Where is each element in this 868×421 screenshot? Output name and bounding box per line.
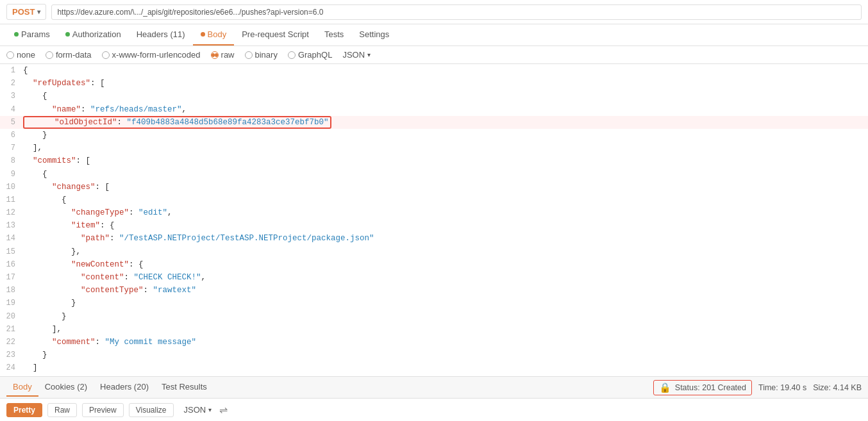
tab-body[interactable]: Body bbox=[193, 24, 235, 45]
graphql-radio bbox=[288, 51, 296, 59]
method-selector[interactable]: POST ▾ bbox=[6, 4, 46, 20]
format-raw-label: raw bbox=[221, 50, 235, 60]
line-content: { bbox=[23, 168, 868, 181]
code-line-18: 18 "contentType": "rawtext" bbox=[0, 284, 868, 297]
tab-params[interactable]: Params bbox=[6, 24, 58, 45]
line-content: "oldObjectId": "f409b4883a4848d5b68e89fa… bbox=[23, 116, 868, 129]
response-cookies-label: Cookies (2) bbox=[45, 382, 87, 392]
code-line-14: 14 "path": "/TestASP.NETProject/TestASP.… bbox=[0, 232, 868, 245]
format-binary[interactable]: binary bbox=[245, 50, 278, 60]
line-number: 13 bbox=[0, 219, 23, 232]
response-tab-cookies[interactable]: Cookies (2) bbox=[38, 378, 94, 397]
line-number: 20 bbox=[0, 310, 23, 323]
line-number: 12 bbox=[0, 206, 23, 219]
line-content: ], bbox=[23, 323, 868, 336]
format-form-data[interactable]: form-data bbox=[46, 50, 92, 60]
code-line-16: 16 "newContent": { bbox=[0, 258, 868, 271]
line-number: 16 bbox=[0, 258, 23, 271]
response-status-bar: 🔒 Status: 201 Created Time: 19.40 s Size… bbox=[653, 380, 862, 395]
response-tab-body[interactable]: Body bbox=[6, 378, 38, 397]
line-content: "name": "refs/heads/master", bbox=[23, 103, 868, 116]
urlencoded-radio bbox=[102, 51, 110, 59]
format-graphql[interactable]: GraphQL bbox=[288, 50, 332, 60]
raw-radio bbox=[211, 51, 219, 59]
code-line-12: 12 "changeType": "edit", bbox=[0, 206, 868, 219]
raw-button[interactable]: Raw bbox=[47, 403, 77, 417]
code-line-8: 8 "commits": [ bbox=[0, 154, 868, 167]
format-urlencoded[interactable]: x-www-form-urlencoded bbox=[102, 50, 201, 60]
format-none-label: none bbox=[17, 50, 35, 60]
format-raw[interactable]: raw bbox=[211, 50, 235, 60]
code-editor[interactable]: 1{2 "refUpdates": [3 {4 "name": "refs/he… bbox=[0, 64, 868, 376]
auth-dot bbox=[65, 32, 70, 37]
line-number: 1 bbox=[0, 64, 23, 77]
code-line-4: 4 "name": "refs/heads/master", bbox=[0, 103, 868, 116]
tab-tests-label: Tests bbox=[324, 29, 344, 39]
line-number: 11 bbox=[0, 194, 23, 206]
line-content: "contentType": "rawtext" bbox=[23, 284, 868, 297]
code-line-9: 9 { bbox=[0, 168, 868, 181]
code-line-20: 20 } bbox=[0, 310, 868, 323]
code-line-22: 22 "comment": "My commit message" bbox=[0, 336, 868, 349]
tab-tests[interactable]: Tests bbox=[317, 24, 351, 45]
response-tab-headers[interactable]: Headers (20) bbox=[94, 378, 155, 397]
code-line-13: 13 "item": { bbox=[0, 219, 868, 232]
line-content: ], bbox=[23, 142, 868, 154]
line-content: "item": { bbox=[23, 219, 868, 232]
json-type-label: JSON bbox=[342, 50, 365, 60]
line-number: 5 bbox=[0, 116, 23, 129]
line-number: 10 bbox=[0, 181, 23, 194]
status-text: Status: 201 Created bbox=[675, 383, 746, 392]
tab-settings[interactable]: Settings bbox=[351, 24, 397, 45]
form-data-radio bbox=[46, 51, 53, 59]
line-number: 24 bbox=[0, 361, 23, 374]
format-form-data-label: form-data bbox=[56, 50, 92, 60]
line-content: } bbox=[23, 349, 868, 361]
code-line-1: 1{ bbox=[0, 64, 868, 77]
format-binary-label: binary bbox=[255, 50, 278, 60]
response-format-row: Pretty Raw Preview Visualize JSON ▾ ⇌ bbox=[0, 398, 868, 421]
size-text: Size: 4.14 KB bbox=[813, 383, 862, 392]
format-none[interactable]: none bbox=[6, 50, 35, 60]
line-number: 18 bbox=[0, 284, 23, 297]
method-chevron-icon: ▾ bbox=[37, 8, 40, 15]
line-number: 3 bbox=[0, 90, 23, 103]
line-number: 9 bbox=[0, 168, 23, 181]
pretty-button[interactable]: Pretty bbox=[6, 403, 42, 417]
tab-headers[interactable]: Headers (11) bbox=[129, 24, 193, 45]
line-number: 22 bbox=[0, 336, 23, 349]
time-text: Time: 19.40 s bbox=[758, 383, 806, 392]
response-tabs: Body Cookies (2) Headers (20) Test Resul… bbox=[0, 376, 868, 398]
line-number: 21 bbox=[0, 323, 23, 336]
code-line-5: 5 "oldObjectId": "f409b4883a4848d5b68e89… bbox=[0, 116, 868, 129]
tab-body-label: Body bbox=[208, 29, 227, 39]
json-type-dropdown[interactable]: JSON ▾ bbox=[342, 50, 371, 60]
wrap-icon[interactable]: ⇌ bbox=[219, 404, 228, 416]
line-content: "content": "CHECK CHECK!", bbox=[23, 271, 868, 284]
line-content: } bbox=[23, 297, 868, 310]
line-number: 4 bbox=[0, 103, 23, 116]
request-tabs: Params Authorization Headers (11) Body P… bbox=[0, 24, 868, 46]
line-number: 19 bbox=[0, 297, 23, 310]
tab-prerequest[interactable]: Pre-request Script bbox=[234, 24, 317, 45]
code-line-19: 19 } bbox=[0, 297, 868, 310]
none-radio bbox=[6, 51, 14, 59]
highlighted-value-box: "oldObjectId": "f409b4883a4848d5b68e89fa… bbox=[23, 116, 331, 129]
preview-button[interactable]: Preview bbox=[82, 403, 124, 417]
response-headers-label: Headers (20) bbox=[100, 382, 149, 392]
response-json-dropdown[interactable]: JSON ▾ bbox=[184, 405, 212, 415]
binary-radio bbox=[245, 51, 253, 59]
line-content: } bbox=[23, 310, 868, 323]
body-dot bbox=[201, 32, 205, 37]
status-badge: 🔒 Status: 201 Created bbox=[653, 380, 752, 395]
code-line-11: 11 { bbox=[0, 194, 868, 206]
tab-authorization-label: Authorization bbox=[72, 29, 121, 39]
code-line-24: 24 ] bbox=[0, 361, 868, 374]
visualize-button[interactable]: Visualize bbox=[129, 403, 174, 417]
response-tab-testresults[interactable]: Test Results bbox=[155, 378, 213, 397]
tab-authorization[interactable]: Authorization bbox=[58, 24, 129, 45]
tab-settings-label: Settings bbox=[359, 29, 389, 39]
line-content: } bbox=[23, 129, 868, 142]
url-input[interactable] bbox=[51, 4, 862, 20]
line-content: ] bbox=[23, 361, 868, 374]
